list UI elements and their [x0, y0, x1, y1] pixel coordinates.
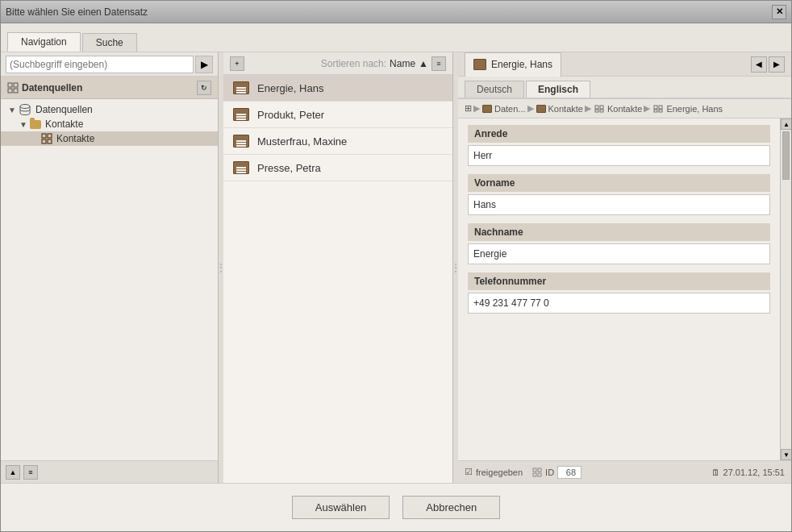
search-go-button[interactable]: ▶: [195, 56, 213, 73]
svg-rect-15: [654, 110, 657, 112]
bc-icon-0: [482, 105, 492, 113]
svg-rect-2: [8, 89, 12, 93]
nav-scroll-button[interactable]: ≡: [23, 465, 38, 480]
scroll-down-button[interactable]: ▼: [781, 449, 791, 460]
search-input[interactable]: [6, 56, 194, 73]
field-input-anrede[interactable]: [468, 145, 770, 166]
svg-rect-5: [42, 134, 46, 138]
svg-rect-20: [538, 473, 541, 476]
detail-title-box: Energie, Hans: [465, 52, 561, 77]
svg-rect-0: [8, 83, 12, 87]
bc-icon-1: [536, 105, 546, 113]
lang-tabs: Deutsch Englisch: [458, 77, 791, 99]
sort-prefix: Sortieren nach:: [321, 58, 386, 69]
svg-rect-13: [654, 106, 657, 109]
svg-rect-7: [42, 139, 46, 143]
tree-item-kontakte-folder[interactable]: ▼ Kontakte: [1, 117, 218, 131]
list-item[interactable]: Produkt, Peter: [223, 102, 452, 128]
bc-table-icon: [594, 105, 604, 113]
lang-tab-deutsch[interactable]: Deutsch: [465, 81, 524, 98]
middle-panel: + Sortieren nach: Name ▲ ≡ Energie, Hans: [223, 52, 453, 483]
detail-next-button[interactable]: ▶: [769, 56, 785, 73]
footer-date: 🗓 27.01.12, 15:51: [711, 468, 785, 477]
svg-rect-18: [538, 468, 541, 472]
search-bar: ▶: [1, 52, 218, 77]
id-label: ID: [545, 468, 554, 477]
field-input-nachname[interactable]: [468, 243, 770, 264]
list-sort: Sortieren nach: Name ▲ ≡: [321, 56, 446, 71]
svg-rect-16: [659, 110, 662, 112]
field-label-nachname: Nachname: [468, 223, 770, 241]
tree-header-title: Datenquellen: [7, 82, 82, 94]
detail-header: Energie, Hans ◀ ▶: [458, 52, 791, 77]
tree-item-datenquellen[interactable]: ▼ Datenquellen: [1, 102, 218, 117]
detail-prev-button[interactable]: ◀: [751, 56, 767, 73]
breadcrumb-item-2: Kontakte: [607, 104, 642, 114]
folder-icon: [30, 120, 41, 129]
svg-point-4: [20, 105, 30, 109]
tab-navigation[interactable]: Navigation: [7, 32, 81, 52]
tree-header-label: Datenquellen: [22, 82, 82, 94]
tree-header: Datenquellen ↻: [1, 77, 218, 99]
footer-id: ID 68: [532, 466, 581, 479]
list-item-text-2: Musterfrau, Maxine: [257, 135, 347, 148]
breadcrumb: ⊞ ▶ Daten... ▶ Kontakte ▶ Kontakte: [458, 99, 791, 118]
database-icon: [19, 104, 31, 115]
svg-rect-17: [533, 468, 536, 472]
detail-footer: ☑ freigegeben ID 68 🗓: [458, 460, 791, 483]
svg-rect-8: [48, 139, 52, 143]
tree-refresh-button[interactable]: ↻: [197, 81, 211, 95]
list-item[interactable]: Presse, Petra: [223, 155, 452, 181]
nav-up-button[interactable]: ▲: [6, 465, 20, 480]
record-icon-0: [233, 81, 249, 94]
sort-field[interactable]: Name: [390, 58, 415, 69]
field-label-telefon: Telefonnummer: [468, 272, 770, 290]
grid-icon: [7, 82, 19, 94]
svg-rect-6: [48, 134, 52, 138]
field-group-anrede: Anrede: [468, 125, 770, 166]
sort-up-icon: ▲: [419, 58, 428, 69]
tab-search[interactable]: Suche: [82, 33, 137, 52]
list-header: + Sortieren nach: Name ▲ ≡: [223, 52, 452, 75]
scroll-up-button[interactable]: ▲: [781, 118, 791, 130]
tree-label-kontakte-table: Kontakte: [56, 133, 94, 144]
tree-toggle-kontakte: ▼: [19, 119, 28, 129]
field-input-telefon[interactable]: [468, 293, 770, 314]
scroll-thumb[interactable]: [782, 131, 790, 180]
close-button[interactable]: ✕: [772, 5, 786, 19]
select-button[interactable]: Auswählen: [292, 496, 390, 519]
svg-rect-19: [533, 473, 536, 476]
titlebar: Bitte wählen Sie einen Datensatz ✕: [1, 1, 791, 23]
right-scrollbar[interactable]: ▲ ▼: [780, 118, 791, 460]
dialog-container: Bitte wählen Sie einen Datensatz ✕ Navig…: [0, 0, 792, 532]
list-options-button[interactable]: ≡: [431, 56, 446, 71]
list-item[interactable]: Musterfrau, Maxine: [223, 128, 452, 155]
tree-area: ▼ Datenquellen ▼ Kontakte: [1, 99, 218, 460]
breadcrumb-item-0: Daten...: [494, 104, 526, 114]
breadcrumb-item-1: Kontakte: [548, 104, 583, 114]
tree-label-datenquellen: Datenquellen: [35, 104, 93, 115]
lang-tab-englisch[interactable]: Englisch: [526, 81, 590, 98]
list-item-text-1: Produkt, Peter: [257, 109, 324, 121]
check-icon: ☑: [465, 467, 473, 477]
status-text: freigegeben: [476, 468, 523, 477]
breadcrumb-home-icon: ⊞: [465, 103, 472, 114]
tree-item-kontakte-table[interactable]: ▶ Kontakte: [1, 131, 218, 146]
tree-toggle-datenquellen: ▼: [7, 105, 17, 114]
tree-label-kontakte-folder: Kontakte: [45, 118, 83, 130]
field-group-nachname: Nachname: [468, 223, 770, 264]
cancel-button[interactable]: Abbrechen: [402, 496, 500, 519]
list-add-button[interactable]: +: [230, 56, 244, 71]
list-item[interactable]: Energie, Hans: [223, 75, 452, 102]
calendar-icon: 🗓: [711, 468, 720, 477]
id-value: 68: [557, 466, 581, 479]
field-group-vorname: Vorname: [468, 174, 770, 215]
svg-rect-10: [600, 106, 603, 109]
svg-rect-1: [14, 83, 18, 87]
dialog-title: Bitte wählen Sie einen Datensatz: [6, 6, 148, 18]
tab-bar: Navigation Suche: [1, 23, 791, 52]
list-header-left: +: [230, 56, 244, 71]
field-input-vorname[interactable]: [468, 194, 770, 215]
detail-content: Anrede Vorname Nachname Telefonnumm: [458, 118, 780, 460]
svg-rect-3: [14, 89, 18, 93]
